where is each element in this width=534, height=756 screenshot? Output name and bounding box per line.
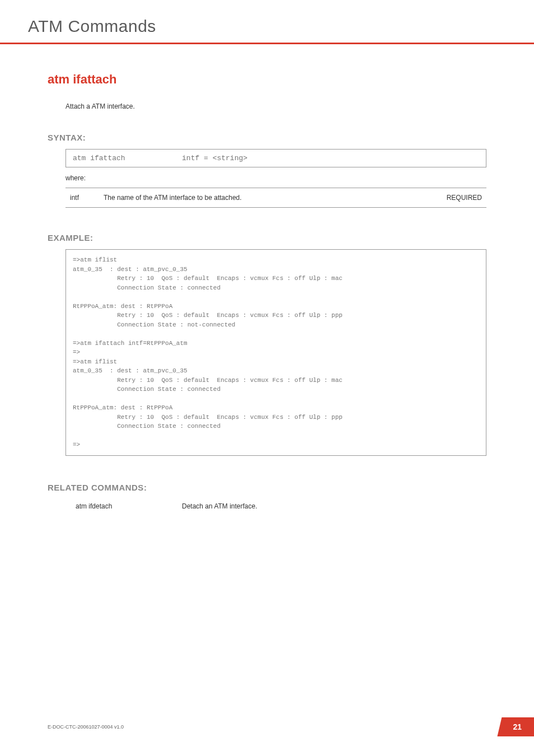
example-box: =>atm iflist atm_0_35 : dest : atm_pvc_0… <box>65 249 486 456</box>
related-command: atm ifdetach <box>76 502 182 510</box>
param-req: REQUIRED <box>432 194 482 202</box>
param-row: intf The name of the ATM interface to be… <box>65 188 486 207</box>
page-header: ATM Commands <box>0 0 534 44</box>
page-footer: E-DOC-CTC-20061027-0004 v1.0 21 <box>48 717 534 736</box>
where-text: where: <box>65 174 486 182</box>
command-description: Attach a ATM interface. <box>65 102 486 110</box>
example-heading: EXAMPLE: <box>48 233 486 242</box>
related-heading: RELATED COMMANDS: <box>48 483 486 492</box>
syntax-box: atm ifattach intf = <string> <box>65 149 486 167</box>
param-table: intf The name of the ATM interface to be… <box>65 188 486 208</box>
header-title: ATM Commands <box>28 17 486 36</box>
param-name: intf <box>70 194 104 202</box>
page-number-badge: 21 <box>497 717 534 736</box>
related-grid: atm ifdetach Detach an ATM interface. <box>76 502 486 510</box>
related-section: RELATED COMMANDS: atm ifdetach Detach an… <box>48 483 486 510</box>
content-area: atm ifattach Attach a ATM interface. SYN… <box>0 72 534 510</box>
syntax-code: atm ifattach intf = <string> <box>73 154 479 162</box>
doc-id: E-DOC-CTC-20061027-0004 v1.0 <box>48 724 124 730</box>
example-code: =>atm iflist atm_0_35 : dest : atm_pvc_0… <box>73 255 479 450</box>
param-desc: The name of the ATM interface to be atta… <box>104 194 432 202</box>
example-section: EXAMPLE: =>atm iflist atm_0_35 : dest : … <box>48 233 486 456</box>
syntax-heading: SYNTAX: <box>48 133 486 142</box>
command-title: atm ifattach <box>48 72 486 87</box>
related-description: Detach an ATM interface. <box>182 502 257 510</box>
